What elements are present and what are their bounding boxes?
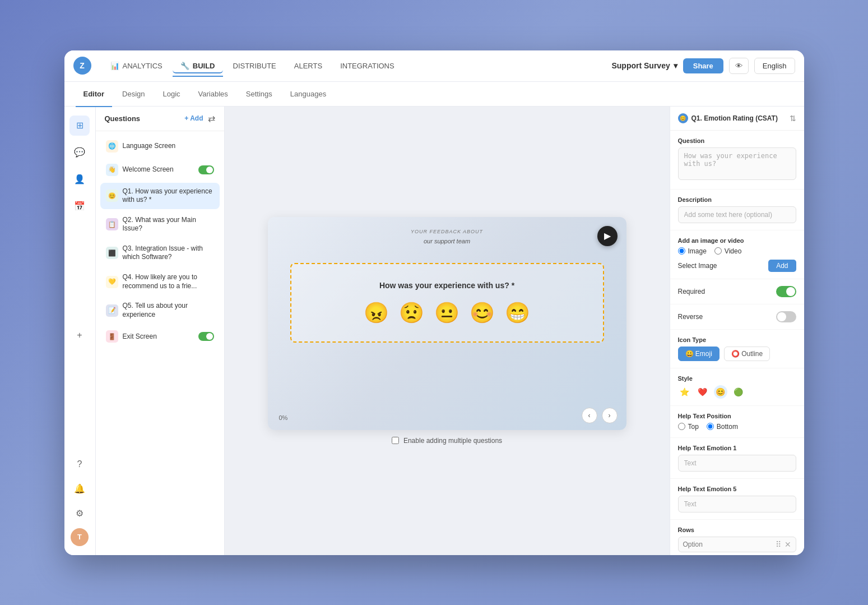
nav-alerts[interactable]: ALERTS <box>286 58 330 73</box>
panel-title: Questions <box>105 114 141 123</box>
select-image-label: Select Image <box>678 262 717 270</box>
preview-button[interactable]: 👁 <box>729 58 749 74</box>
tab-settings[interactable]: Settings <box>238 85 280 103</box>
description-input[interactable] <box>678 206 796 223</box>
image-radio[interactable]: Image <box>678 247 707 255</box>
sidebar-icon-chat[interactable]: 💬 <box>69 142 90 163</box>
style-heart[interactable]: ❤️ <box>696 385 709 399</box>
list-item[interactable]: ⬛ Q3. Integration Issue - with which Sof… <box>100 240 220 266</box>
q-icon-q1: 😊 <box>106 190 118 202</box>
emoji-3[interactable]: 😐 <box>434 301 459 325</box>
survey-title: Support Survey <box>611 61 670 70</box>
left-sidebar: ⊞ 💬 👤 📅 + ? 🔔 ⚙ T <box>64 107 96 555</box>
tab-variables[interactable]: Variables <box>191 85 236 103</box>
outline-type-button[interactable]: ⭕ Outline <box>724 347 770 361</box>
enable-multiple-checkbox[interactable] <box>392 437 399 444</box>
sidebar-icon-calendar[interactable]: 📅 <box>69 196 90 216</box>
tab-languages[interactable]: Languages <box>282 85 334 103</box>
add-image-button[interactable]: Add <box>768 260 796 272</box>
rows-input-row: ⠿ ✕ <box>678 537 796 552</box>
q-icon-lang: 🌐 <box>106 140 118 153</box>
help-top-radio[interactable]: Top <box>678 423 699 431</box>
tab-logic[interactable]: Logic <box>155 85 188 103</box>
rows-input[interactable] <box>683 541 772 548</box>
icon-type-section: Icon Type 😀 Emoji ⭕ Outline <box>670 330 804 368</box>
q-icon-welcome: 👋 <box>106 164 118 176</box>
survey-title-dropdown[interactable]: Support Survey ▾ <box>611 61 677 70</box>
help-emotion1-label: Help Text Emotion 1 <box>678 445 796 451</box>
language-button[interactable]: English <box>754 58 795 74</box>
help-emotion5-input[interactable] <box>678 496 796 512</box>
emoji-row: 😠 😟 😐 😊 😁 <box>303 301 592 325</box>
exit-toggle[interactable] <box>198 332 214 341</box>
emoji-4[interactable]: 😊 <box>470 301 495 325</box>
share-button[interactable]: Share <box>683 58 723 73</box>
q-label: Exit Screen <box>123 332 194 341</box>
survey-preview: YOUR FEEDBACK ABOUT our support team ▶ H… <box>268 217 626 430</box>
next-nav-button[interactable]: › <box>602 408 618 423</box>
emoji-type-button[interactable]: 😀 Emoji <box>678 347 720 361</box>
help-pos-row: Top Bottom <box>678 423 796 431</box>
help-emotion1-input[interactable] <box>678 455 796 472</box>
sub-tabs: Editor Design Logic Variables Settings L… <box>64 82 804 107</box>
q-icon-q4: 💛 <box>106 276 118 288</box>
media-type-group: Image Video <box>678 247 796 255</box>
tab-editor[interactable]: Editor <box>76 85 113 103</box>
logo[interactable]: Z <box>73 57 91 75</box>
required-toggle[interactable] <box>776 286 796 297</box>
list-item[interactable]: 📋 Q2. What was your Main Issue? <box>100 211 220 238</box>
style-green[interactable]: 🟢 <box>732 385 745 399</box>
add-media-label: Add an image or video <box>678 237 796 244</box>
nav-integrations[interactable]: INTEGRATIONS <box>332 58 402 73</box>
help-bottom-radio[interactable]: Bottom <box>707 423 738 431</box>
q-label: Q3. Integration Issue - with which Softw… <box>123 244 214 262</box>
q-icon-q3: ⬛ <box>106 247 118 259</box>
welcome-toggle[interactable] <box>198 165 214 174</box>
notifications-icon-button[interactable]: 🔔 <box>69 479 90 499</box>
drag-icon: ⠿ <box>776 540 781 549</box>
list-item-active[interactable]: 😊 Q1. How was your experience with us? * <box>100 183 220 209</box>
settings-icon-button[interactable]: ⚙ <box>69 504 90 524</box>
reorder-icon[interactable]: ⇄ <box>208 113 215 124</box>
tab-design[interactable]: Design <box>114 85 152 103</box>
build-icon: 🔧 <box>180 62 189 70</box>
preview-next-button[interactable]: ▶ <box>597 226 618 246</box>
add-question-button[interactable]: + Add <box>184 114 203 122</box>
analytics-icon: 📊 <box>110 62 119 70</box>
emoji-5[interactable]: 😁 <box>505 301 530 325</box>
video-radio[interactable]: Video <box>714 247 741 255</box>
emoji-1[interactable]: 😠 <box>364 301 389 325</box>
help-emotion5-section: Help Text Emotion 5 <box>670 479 804 520</box>
delete-row-icon[interactable]: ✕ <box>785 540 791 549</box>
list-item[interactable]: 👋 Welcome Screen <box>100 159 220 181</box>
panel-actions: + Add ⇄ <box>184 113 215 124</box>
style-smiley[interactable]: 😊 <box>714 385 727 399</box>
list-item[interactable]: 🌐 Language Screen <box>100 136 220 157</box>
reverse-toggle[interactable] <box>776 311 796 322</box>
emoji-2[interactable]: 😟 <box>399 301 424 325</box>
q-title-badge: 😊 Q1. Emotion Rating (CSAT) <box>678 113 778 123</box>
icon-type-label: Icon Type <box>678 336 796 343</box>
style-star[interactable]: ⭐ <box>678 385 691 399</box>
eye-icon: 👁 <box>735 62 742 70</box>
sidebar-icon-plus[interactable]: + <box>69 325 90 345</box>
nav-distribute[interactable]: DISTRIBUTE <box>225 58 284 73</box>
sort-icon[interactable]: ⇅ <box>790 114 796 123</box>
help-text-position-section: Help Text Position Top Bottom <box>670 406 804 438</box>
sidebar-icon-user[interactable]: 👤 <box>69 169 90 190</box>
sidebar-icon-grid[interactable]: ⊞ <box>69 116 90 136</box>
help-icon-button[interactable]: ? <box>69 454 90 474</box>
nav-analytics[interactable]: 📊 ANALYTICS <box>103 58 170 73</box>
panel-header: Questions + Add ⇄ <box>96 107 224 131</box>
prev-nav-button[interactable]: ‹ <box>582 408 597 423</box>
help-emotion1-section: Help Text Emotion 1 <box>670 438 804 479</box>
list-item[interactable]: 💛 Q4. How likely are you to recommend us… <box>100 269 220 295</box>
question-input[interactable] <box>678 147 796 180</box>
list-item[interactable]: 📝 Q5. Tell us about your experience <box>100 297 220 324</box>
rows-section: Rows ⠿ ✕ <box>670 520 804 555</box>
nav-build[interactable]: 🔧 BUILD <box>173 58 223 73</box>
list-item[interactable]: 🚪 Exit Screen <box>100 326 220 347</box>
avatar[interactable]: T <box>71 528 89 546</box>
reverse-row: Reverse <box>678 311 796 322</box>
q-label: Language Screen <box>123 142 214 151</box>
